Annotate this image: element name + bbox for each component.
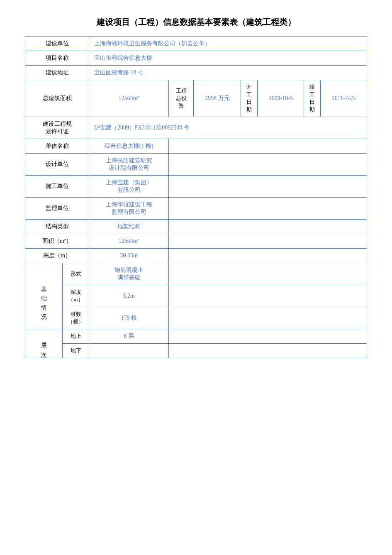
jianli-danwei-label: 监理单位 [25, 198, 89, 220]
table-row: 施工单位 上海宝建（集团） 有限公司 [25, 176, 367, 198]
gongcheng-touzi-label: 工程 总投资 [169, 80, 194, 117]
table-row: 面积（m²） 12564m² [25, 234, 367, 249]
jianli-danwei-value: 上海华谊建设工程 监理有限公司 [89, 198, 169, 220]
danti-empty [169, 139, 367, 154]
shigong-empty [169, 176, 367, 198]
jianli-empty [169, 198, 367, 220]
table-row: 单体名称 综合信息大楼(1 幢) [25, 139, 367, 154]
xiangmu-mingcheng-label: 项目名称 [25, 51, 89, 66]
table-row: 监理单位 上海华谊建设工程 监理有限公司 [25, 198, 367, 220]
shigong-danwei-value: 上海宝建（集团） 有限公司 [89, 176, 169, 198]
mianji-empty [169, 234, 367, 249]
sheji-danwei-label: 设计单位 [25, 154, 89, 176]
shigong-danwei-label: 施工单位 [25, 176, 89, 198]
table-row: 地下 [25, 344, 367, 358]
table-row: 高度（m） 30.35m [25, 249, 367, 263]
cengci-dishang-empty [169, 329, 367, 344]
cengci-dishang-label: 地上 [63, 329, 89, 344]
table-row: 层 次 地上 8 层 [25, 329, 367, 344]
jichi-zhuanshu-value: 179 根 [89, 307, 169, 329]
main-table: 建设单位 上海海淞环境卫生服务有限公司（加盖公章） 项目名称 宝山市容综合信息大… [25, 36, 367, 358]
gongcheng-touzi-value: 2998 万元 [194, 80, 241, 117]
jichi-shendo-label: 深度 （m） [63, 285, 89, 307]
jichi-shendo-empty [169, 285, 367, 307]
jungong-riqi-label: 竣工 日期 [304, 80, 321, 117]
table-row: 建设工程规 划许可证 沪宝建（2009）FA31011320092500 号 [25, 117, 367, 139]
danti-mingcheng-value: 综合信息大楼(1 幢) [89, 139, 169, 154]
sheji-danwei-value: 上海民防建筑研究 设计院有限公司 [89, 154, 169, 176]
xiangmu-mingcheng-value: 宝山市容综合信息大楼 [89, 51, 367, 66]
page-title: 建设项目（工程）信息数据基本要素表（建筑工程类） [25, 17, 367, 28]
gaodu-value: 30.35m [89, 249, 169, 263]
jiegou-empty [169, 220, 367, 234]
jichi-shendo-value: 5.2m [89, 285, 169, 307]
jichu-label: 基 础 情 况 [25, 263, 63, 329]
jichi-xingshi-empty [169, 263, 367, 285]
table-row: 总建筑面积 12564m² 工程 总投资 2998 万元 开工 日期 2009-… [25, 80, 367, 117]
kaigong-riqi-label: 开工 日期 [241, 80, 258, 117]
danti-mingcheng-label: 单体名称 [25, 139, 89, 154]
table-row: 建设单位 上海海淞环境卫生服务有限公司（加盖公章） [25, 37, 367, 51]
jungong-riqi-value: 2011-7-25 [321, 80, 367, 117]
kaigong-riqi-value: 2009-10-5 [258, 80, 304, 117]
table-row: 设计单位 上海民防建筑研究 设计院有限公司 [25, 154, 367, 176]
jianshe-dizhi-value: 宝山区淞青路 18 号 [89, 66, 367, 80]
jiegou-leixing-value: 框架结构 [89, 220, 169, 234]
table-row: 深度 （m） 5.2m [25, 285, 367, 307]
table-row: 结构类型 框架结构 [25, 220, 367, 234]
guihua-xuke-label: 建设工程规 划许可证 [25, 117, 89, 139]
mianji-value: 12564m² [89, 234, 169, 249]
cengci-dixia-empty [169, 344, 367, 358]
jichi-zhuanshu-empty [169, 307, 367, 329]
table-row: 建设地址 宝山区淞青路 18 号 [25, 66, 367, 80]
gaodu-empty [169, 249, 367, 263]
cengci-label: 层 次 [25, 329, 63, 358]
jiegou-leixing-label: 结构类型 [25, 220, 89, 234]
table-row: 桩数 （根） 179 根 [25, 307, 367, 329]
jichi-zhuanshu-label: 桩数 （根） [63, 307, 89, 329]
table-row: 项目名称 宝山市容综合信息大楼 [25, 51, 367, 66]
gaodu-label: 高度（m） [25, 249, 89, 263]
zong-mianji-label: 总建筑面积 [25, 80, 89, 117]
cengci-dixia-value [89, 344, 169, 358]
table-row: 基 础 情 况 形式 钢筋混凝土 满堂基础 [25, 263, 367, 285]
jianshe-danwei-value: 上海海淞环境卫生服务有限公司（加盖公章） [89, 37, 367, 51]
mianji-label: 面积（m²） [25, 234, 89, 249]
cengci-dixia-label: 地下 [63, 344, 89, 358]
jichi-xingshi-label: 形式 [63, 263, 89, 285]
zong-mianji-value: 12564m² [89, 80, 169, 117]
cengci-dishang-value: 8 层 [89, 329, 169, 344]
jianshe-danwei-label: 建设单位 [25, 37, 89, 51]
sheji-empty [169, 154, 367, 176]
jichi-xingshi-value: 钢筋混凝土 满堂基础 [89, 263, 169, 285]
jianshe-dizhi-label: 建设地址 [25, 66, 89, 80]
guihua-xuke-value: 沪宝建（2009）FA31011320092500 号 [89, 117, 367, 139]
